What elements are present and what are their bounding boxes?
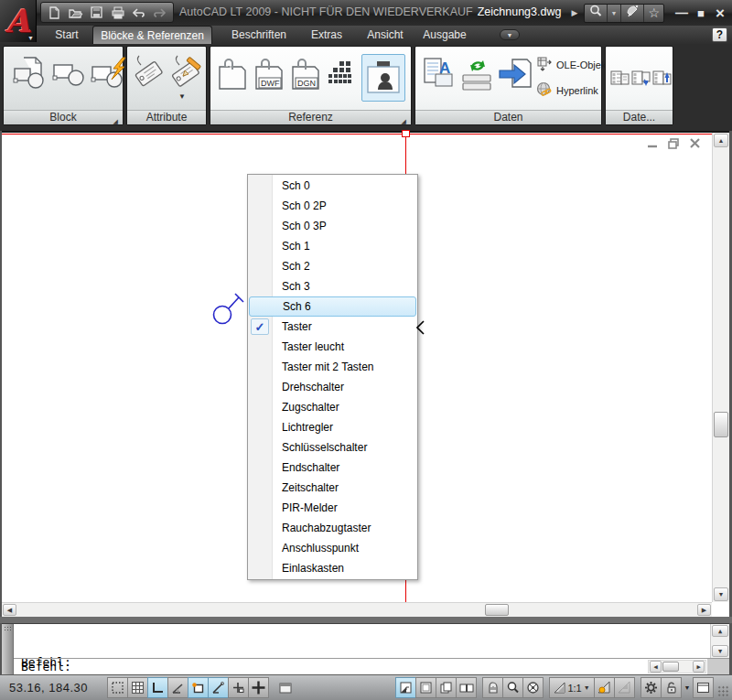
application-menu-button[interactable]: A ▼ bbox=[0, 0, 37, 42]
menu-item[interactable]: Sch 3 bbox=[248, 276, 417, 296]
menu-item[interactable]: Sch 1 bbox=[248, 236, 417, 256]
tab-ausgabe[interactable]: Ausgabe bbox=[416, 26, 473, 44]
menu-item[interactable]: Sch 0 bbox=[248, 176, 417, 196]
toolbar-lock-button[interactable] bbox=[661, 677, 682, 698]
communication-center-button[interactable] bbox=[621, 5, 644, 22]
command-scroll-down-button[interactable]: ▼ bbox=[712, 645, 728, 657]
vertical-scroll-thumb[interactable] bbox=[714, 412, 728, 437]
coordinate-display[interactable]: 53.16, 184.30 bbox=[9, 681, 108, 695]
ribbon-options-dropdown[interactable]: ▼ bbox=[500, 29, 520, 40]
horizontal-scrollbar[interactable]: ◀ ▶ bbox=[2, 602, 712, 617]
menu-item[interactable]: Sch 2 bbox=[248, 256, 417, 276]
menu-item[interactable]: Endschalter bbox=[248, 458, 417, 478]
help-button[interactable]: ? bbox=[712, 27, 727, 42]
import-data-link-button[interactable] bbox=[631, 69, 651, 88]
command-scroll-left-button[interactable]: ◀ bbox=[650, 661, 662, 673]
workspace-settings-button[interactable] bbox=[640, 677, 662, 698]
tab-beschriften[interactable]: Beschriften bbox=[221, 26, 296, 44]
define-attribute-button[interactable] bbox=[132, 52, 167, 91]
maximize-button[interactable]: ■ bbox=[694, 7, 707, 19]
create-block-button[interactable] bbox=[51, 58, 86, 92]
table-button[interactable] bbox=[327, 59, 356, 89]
osnap-toggle-button[interactable] bbox=[188, 677, 209, 698]
ole-object-button[interactable]: OLE-Objekt bbox=[536, 56, 608, 74]
layout1-tab-button[interactable] bbox=[415, 677, 436, 698]
annotation-scale-button[interactable]: 1:1 ▼ bbox=[549, 677, 595, 698]
search-dropdown-button[interactable]: ▼ bbox=[608, 5, 622, 22]
clean-screen-button[interactable] bbox=[693, 677, 714, 698]
favorites-button[interactable]: ☆ bbox=[644, 5, 663, 22]
command-scrollbar[interactable]: ▲ ▼ bbox=[710, 624, 729, 658]
menu-item[interactable]: Taster mit 2 Tasten bbox=[248, 357, 417, 377]
attach-dgn-button[interactable]: DGN bbox=[289, 58, 322, 92]
minimize-button[interactable]: — bbox=[675, 6, 688, 19]
tab-extras[interactable]: Extras bbox=[301, 26, 352, 44]
menu-item[interactable]: Taster leucht bbox=[248, 337, 417, 357]
menu-item[interactable]: Einlaskasten bbox=[248, 558, 417, 578]
command-window[interactable]: Befehl: Befehl: *Abbruch* ▲ ▼ Befehl: ◀ … bbox=[2, 623, 729, 674]
viewport-restore-button[interactable] bbox=[667, 137, 681, 150]
scroll-down-button[interactable]: ▼ bbox=[714, 587, 728, 601]
ortho-toggle-button[interactable] bbox=[147, 677, 168, 698]
layout2-tab-button[interactable] bbox=[436, 677, 457, 698]
update-fields-button[interactable] bbox=[459, 58, 494, 92]
quick-view-button[interactable] bbox=[456, 677, 477, 698]
edit-attribute-button[interactable] bbox=[168, 50, 205, 91]
hyperlink-button[interactable]: Hyperlink bbox=[536, 81, 598, 100]
scroll-up-button[interactable]: ▲ bbox=[714, 134, 728, 147]
snap-toggle-button[interactable] bbox=[107, 677, 128, 698]
command-horizontal-scrollbar[interactable]: ◀ ▶ bbox=[648, 660, 706, 673]
tab-ansicht[interactable]: Ansicht bbox=[358, 26, 413, 44]
viewport-close-button[interactable] bbox=[688, 137, 702, 150]
lineweight-toggle-button[interactable] bbox=[274, 677, 296, 698]
command-hscroll-thumb[interactable] bbox=[662, 662, 679, 672]
attach-dwf-button[interactable]: DWF bbox=[253, 58, 285, 92]
attach-xref-button[interactable] bbox=[216, 58, 249, 92]
panel-attribute-label[interactable]: Attribute bbox=[127, 110, 206, 124]
menu-item-checked[interactable]: ✓ Taster bbox=[248, 317, 417, 337]
scroll-left-button[interactable]: ◀ bbox=[3, 604, 16, 616]
panel-datenextraktion-label[interactable]: Date... bbox=[606, 110, 673, 124]
polar-toggle-button[interactable] bbox=[167, 677, 188, 698]
data-extraction-button[interactable] bbox=[610, 69, 630, 88]
command-window-grip[interactable] bbox=[2, 624, 14, 674]
infocenter-flyout-icon[interactable]: ▶ bbox=[572, 8, 578, 17]
print-button[interactable] bbox=[108, 4, 128, 22]
menu-item[interactable]: Schlüsselschalter bbox=[248, 437, 417, 458]
menu-item-selected[interactable]: Sch 6 bbox=[249, 296, 416, 317]
ducs-toggle-button[interactable] bbox=[228, 677, 249, 698]
command-input-line[interactable]: Befehl: bbox=[14, 659, 71, 675]
menu-item[interactable]: Sch 0 2P bbox=[248, 196, 417, 216]
menu-item[interactable]: Drehschalter bbox=[248, 377, 417, 397]
zoom-button[interactable] bbox=[502, 677, 523, 698]
vertical-scrollbar[interactable]: ▲ ▼ bbox=[712, 133, 729, 602]
menu-item[interactable]: Zeitschalter bbox=[248, 478, 417, 498]
menu-item[interactable]: Sch 0 3P bbox=[248, 216, 417, 236]
scroll-right-button[interactable]: ▶ bbox=[697, 604, 711, 616]
tab-bloecke-referenzen[interactable]: Blöcke & Referenzen bbox=[92, 26, 212, 44]
menu-item[interactable]: Anschlusspunkt bbox=[248, 538, 417, 558]
field-button[interactable]: A bbox=[421, 56, 456, 92]
window-resize-grip[interactable] bbox=[717, 685, 729, 697]
attribute-flyout-button[interactable]: ▼ bbox=[178, 92, 186, 101]
switch-symbol-drawing[interactable] bbox=[207, 285, 249, 328]
menu-item[interactable]: Lichtregler bbox=[248, 417, 417, 437]
open-file-button[interactable] bbox=[65, 4, 85, 22]
pan-button[interactable] bbox=[482, 677, 503, 698]
new-file-button[interactable] bbox=[44, 4, 64, 22]
export-data-button[interactable] bbox=[498, 56, 534, 92]
tab-start[interactable]: Start bbox=[42, 26, 92, 44]
dynamic-input-toggle-button[interactable] bbox=[248, 677, 269, 698]
menu-item[interactable]: PIR-Melder bbox=[248, 498, 417, 518]
command-scroll-up-button[interactable]: ▲ bbox=[712, 625, 728, 637]
viewport-minimize-button[interactable] bbox=[646, 137, 660, 150]
grid-toggle-button[interactable] bbox=[127, 677, 148, 698]
search-button[interactable] bbox=[585, 5, 608, 22]
upload-data-link-button[interactable] bbox=[652, 69, 672, 88]
panel-block-label[interactable]: Block ◢ bbox=[4, 110, 123, 124]
block-editor-button[interactable] bbox=[90, 56, 126, 92]
save-button[interactable] bbox=[86, 4, 106, 22]
attach-image-button[interactable] bbox=[361, 54, 405, 102]
close-button[interactable]: × bbox=[714, 5, 727, 21]
panel-daten-label[interactable]: Daten bbox=[415, 110, 601, 124]
